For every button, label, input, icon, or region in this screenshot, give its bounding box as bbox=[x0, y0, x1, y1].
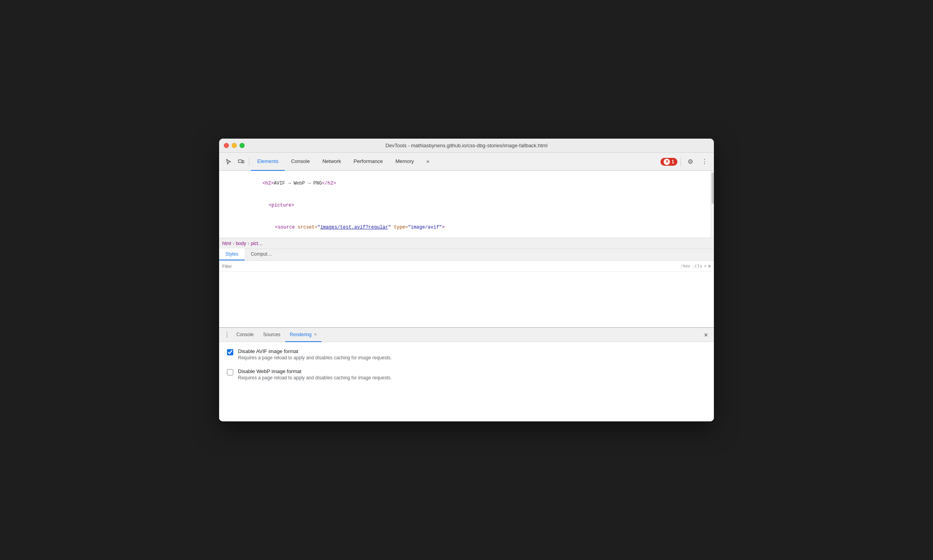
render-option-avif: Disable AVIF image format Requires a pag… bbox=[227, 348, 706, 361]
hov-button[interactable]: :hov bbox=[680, 264, 691, 269]
elements-scrollbar[interactable] bbox=[711, 171, 714, 238]
toolbar-right: ✕ 1 ⚙ ⋮ bbox=[660, 156, 711, 168]
breadcrumb-html[interactable]: html bbox=[222, 241, 231, 246]
breadcrumb-bar: html › body › pict… bbox=[219, 238, 714, 249]
titlebar: DevTools - mathiasbynens.github.io/css-d… bbox=[219, 139, 714, 153]
main-tab-bar: Elements Console Network Performance Mem… bbox=[251, 153, 660, 171]
disable-webp-label[interactable]: Disable WebP image format bbox=[238, 368, 392, 374]
main-area: <h2>AVIF → WebP → PNG</h2> <picture> <so… bbox=[219, 171, 714, 421]
drawer-tab-rendering[interactable]: Rendering ✕ bbox=[285, 328, 322, 342]
close-rendering-tab[interactable]: ✕ bbox=[314, 332, 317, 337]
scrollbar-thumb bbox=[712, 172, 714, 204]
disable-avif-label[interactable]: Disable AVIF image format bbox=[238, 348, 392, 354]
close-drawer-button[interactable]: ✕ bbox=[701, 330, 711, 340]
disable-avif-checkbox[interactable] bbox=[227, 349, 233, 355]
tab-network[interactable]: Network bbox=[316, 153, 348, 171]
toolbar-sep-right bbox=[681, 157, 681, 167]
tab-computed[interactable]: Comput… bbox=[245, 249, 278, 260]
toggle-sidebar-icon[interactable]: ⊞ bbox=[708, 264, 711, 269]
elements-content[interactable]: <h2>AVIF → WebP → PNG</h2> <picture> <so… bbox=[219, 171, 714, 238]
tab-memory[interactable]: Memory bbox=[389, 153, 420, 171]
add-style-button[interactable]: + bbox=[704, 264, 707, 269]
rendering-content: Disable AVIF image format Requires a pag… bbox=[219, 342, 714, 421]
avif-checkbox-wrapper[interactable] bbox=[227, 349, 233, 355]
styles-panel: Styles Comput… :hov .cls + ⊞ bbox=[219, 249, 714, 327]
maximize-button[interactable] bbox=[240, 143, 245, 148]
styles-tab-bar: Styles Comput… bbox=[219, 249, 714, 261]
drawer-tab-bar: ⋮ Console Sources Rendering ✕ ✕ bbox=[219, 328, 714, 342]
svg-rect-1 bbox=[242, 161, 244, 163]
svg-rect-0 bbox=[238, 160, 242, 163]
drawer-tab-sources[interactable]: Sources bbox=[258, 328, 285, 342]
drawer-tab-console[interactable]: Console bbox=[232, 328, 258, 342]
disable-avif-desc: Requires a page reload to apply and disa… bbox=[238, 355, 392, 361]
webp-checkbox-wrapper[interactable] bbox=[227, 369, 233, 375]
filter-input[interactable] bbox=[222, 264, 680, 269]
error-icon: ✕ bbox=[664, 159, 670, 165]
drawer-more-button[interactable]: ⋮ bbox=[222, 330, 232, 340]
settings-button[interactable]: ⚙ bbox=[684, 156, 697, 168]
code-line-source1[interactable]: <source srcset="images/test.avif?regular… bbox=[219, 216, 714, 238]
tab-console[interactable]: Console bbox=[285, 153, 316, 171]
tab-more[interactable]: » bbox=[420, 153, 435, 171]
elements-panel: <h2>AVIF → WebP → PNG</h2> <picture> <so… bbox=[219, 171, 714, 327]
cls-button[interactable]: .cls bbox=[692, 264, 702, 269]
tab-elements[interactable]: Elements bbox=[251, 153, 285, 171]
close-button[interactable] bbox=[224, 143, 229, 148]
bottom-drawer: ⋮ Console Sources Rendering ✕ ✕ bbox=[219, 327, 714, 421]
styles-toolbar: :hov .cls + ⊞ bbox=[219, 261, 714, 272]
toolbar-separator bbox=[249, 157, 249, 167]
tab-styles[interactable]: Styles bbox=[219, 249, 245, 260]
devtools-window: DevTools - mathiasbynens.github.io/css-d… bbox=[219, 139, 714, 421]
breadcrumb-picture[interactable]: pict… bbox=[251, 241, 263, 246]
code-line-picture[interactable]: <picture> bbox=[219, 194, 714, 216]
code-line-h2[interactable]: <h2>AVIF → WebP → PNG</h2> bbox=[219, 172, 714, 194]
traffic-lights bbox=[224, 143, 245, 148]
styles-toolbar-right: :hov .cls + ⊞ bbox=[680, 264, 711, 269]
inspect-element-button[interactable] bbox=[222, 156, 235, 168]
more-options-button[interactable]: ⋮ bbox=[698, 156, 711, 168]
device-icon bbox=[238, 159, 244, 165]
top-toolbar: Elements Console Network Performance Mem… bbox=[219, 153, 714, 171]
disable-webp-desc: Requires a page reload to apply and disa… bbox=[238, 375, 392, 381]
minimize-button[interactable] bbox=[232, 143, 237, 148]
render-option-webp: Disable WebP image format Requires a pag… bbox=[227, 368, 706, 381]
error-badge[interactable]: ✕ 1 bbox=[660, 158, 677, 166]
device-toolbar-button[interactable] bbox=[235, 156, 247, 168]
devtools-panel: Elements Console Network Performance Mem… bbox=[219, 153, 714, 421]
breadcrumb-body[interactable]: body bbox=[236, 241, 246, 246]
cursor-icon bbox=[225, 159, 232, 165]
window-title: DevTools - mathiasbynens.github.io/css-d… bbox=[386, 143, 548, 148]
disable-webp-checkbox[interactable] bbox=[227, 369, 233, 375]
tab-performance[interactable]: Performance bbox=[348, 153, 389, 171]
